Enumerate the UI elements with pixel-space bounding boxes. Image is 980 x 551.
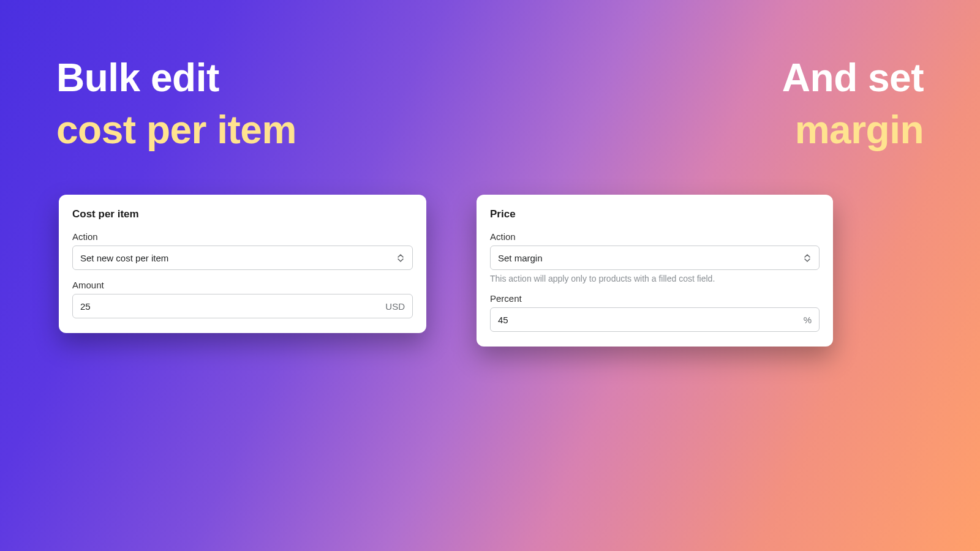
cost-amount-value: 25 xyxy=(80,301,380,312)
cost-action-field: Action Set new cost per item xyxy=(72,231,413,270)
hero-right: And set margin xyxy=(782,52,924,156)
price-percent-input[interactable]: 45 % xyxy=(490,307,820,332)
price-action-value: Set margin xyxy=(498,253,803,263)
price-action-field: Action Set margin This action will apply… xyxy=(490,231,820,283)
price-percent-label: Percent xyxy=(490,293,820,304)
price-card: Price Action Set margin This action will… xyxy=(477,195,833,347)
cost-amount-input[interactable]: 25 USD xyxy=(72,294,413,318)
price-percent-value: 45 xyxy=(498,315,799,325)
price-action-label: Action xyxy=(490,231,820,242)
hero-left-line1: Bulk edit xyxy=(56,52,296,104)
price-percent-field: Percent 45 % xyxy=(490,293,820,332)
price-action-helper: This action will apply only to products … xyxy=(490,274,820,283)
hero-right-line1: And set xyxy=(782,52,924,104)
cost-per-item-card: Cost per item Action Set new cost per it… xyxy=(59,195,426,333)
price-card-title: Price xyxy=(490,208,820,220)
cost-amount-field: Amount 25 USD xyxy=(72,280,413,318)
cost-card-title: Cost per item xyxy=(72,208,413,220)
price-percent-suffix: % xyxy=(799,315,812,325)
cost-amount-label: Amount xyxy=(72,280,413,290)
cost-action-value: Set new cost per item xyxy=(80,253,396,263)
cost-action-select[interactable]: Set new cost per item xyxy=(72,246,413,270)
select-caret-icon xyxy=(803,254,812,262)
cost-amount-suffix: USD xyxy=(380,301,405,312)
hero-left-line2: cost per item xyxy=(56,104,296,156)
price-action-select[interactable]: Set margin xyxy=(490,246,820,270)
hero-right-line2: margin xyxy=(782,104,924,156)
cost-action-label: Action xyxy=(72,231,413,242)
select-caret-icon xyxy=(396,254,405,262)
hero-left: Bulk edit cost per item xyxy=(56,52,296,156)
